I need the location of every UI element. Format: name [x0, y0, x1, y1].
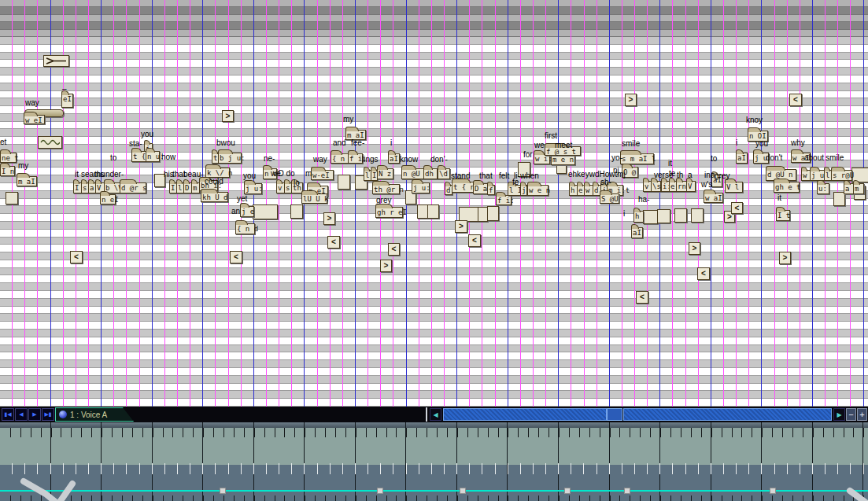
phoneme-note[interactable]: m aI	[17, 176, 37, 186]
phoneme-note[interactable]: dh	[423, 168, 438, 179]
curve-handle[interactable]	[460, 488, 466, 494]
phoneme-note[interactable]: l I	[508, 185, 521, 196]
phoneme-note[interactable]: V	[686, 181, 696, 192]
track-next-button[interactable]: ▶	[28, 408, 41, 421]
phoneme-note[interactable]: \s	[651, 181, 661, 192]
note-box-empty[interactable]	[487, 206, 499, 221]
phoneme-note[interactable]: V l	[725, 182, 743, 193]
phoneme-note[interactable]: n eI	[100, 194, 116, 204]
phoneme-note[interactable]: j u:	[810, 170, 825, 181]
crescendo-marker-icon[interactable]: <	[789, 94, 802, 106]
scrollbar-thumb-left[interactable]	[443, 408, 607, 421]
phoneme-note[interactable]: N z	[377, 168, 393, 179]
phoneme-note[interactable]: n @U	[401, 168, 424, 179]
scrollbar-grip[interactable]	[607, 408, 622, 421]
phoneme-note[interactable]: w-eI	[311, 170, 334, 180]
crescendo-marker-icon[interactable]: <	[731, 202, 743, 214]
ruler-tick	[630, 428, 630, 437]
phoneme-note[interactable]: \d	[438, 168, 450, 179]
phoneme-note[interactable]: f	[487, 185, 495, 195]
zoom-out-button[interactable]: −	[846, 408, 856, 421]
curve-handle[interactable]	[624, 488, 630, 494]
phoneme-note[interactable]: gh r eI	[375, 207, 403, 218]
note-box-empty[interactable]	[657, 209, 670, 223]
note-box-empty[interactable]	[674, 208, 687, 223]
phoneme-note[interactable]: w e n	[527, 185, 549, 196]
track-last-button[interactable]: ▶▮	[42, 408, 54, 421]
scroll-right-button[interactable]: ▶	[833, 408, 845, 421]
note-box-empty[interactable]	[643, 210, 658, 224]
phoneme-note[interactable]: h	[633, 211, 644, 223]
phoneme-note[interactable]: d @r s	[120, 182, 146, 193]
track-tab-voice-a[interactable]: 1 : Voice A	[55, 407, 134, 422]
note-box-empty[interactable]	[253, 204, 278, 219]
note-box-empty[interactable]	[427, 204, 439, 219]
phoneme-note[interactable]: j	[520, 185, 527, 196]
track-first-button[interactable]: ▮◀	[2, 408, 14, 421]
phoneme-note[interactable]: { n d	[235, 223, 255, 234]
crescendo-marker-icon[interactable]: <	[697, 267, 710, 280]
scrollbar-thumb-right[interactable]	[623, 408, 832, 421]
decrescendo-marker-icon[interactable]: >	[779, 252, 791, 264]
note-box-empty[interactable]	[290, 204, 303, 219]
split-marker-icon[interactable]	[43, 55, 69, 67]
note-box-empty[interactable]	[6, 192, 18, 204]
vibrato-marker-icon[interactable]	[38, 136, 62, 149]
note-box-empty[interactable]	[338, 175, 350, 190]
phoneme-note[interactable]: j u:	[412, 182, 430, 193]
zoom-in-button[interactable]: +	[857, 408, 867, 421]
control-ruler[interactable]	[0, 422, 868, 428]
scrollbar-divider[interactable]	[426, 407, 427, 422]
phoneme-note[interactable]: gh e t	[774, 182, 800, 193]
phoneme-note[interactable]: rn	[676, 181, 687, 192]
phoneme-note[interactable]: w eI	[24, 115, 45, 124]
crescendo-marker-icon[interactable]: <	[468, 234, 481, 247]
curve-handle[interactable]	[220, 488, 226, 494]
decrescendo-marker-icon[interactable]: >	[222, 110, 234, 122]
decrescendo-marker-icon[interactable]: >	[625, 94, 637, 106]
scroll-left-button[interactable]: ◀	[430, 408, 441, 421]
crescendo-marker-icon[interactable]: <	[636, 291, 648, 304]
phoneme-note[interactable]: S @U	[600, 193, 619, 204]
track-prev-button[interactable]: ◀	[15, 408, 28, 421]
crescendo-marker-icon[interactable]: <	[388, 243, 400, 256]
lyric-label: fee-	[351, 139, 364, 147]
phoneme-note[interactable]: b j u:	[218, 153, 242, 164]
phoneme-note[interactable]: u:	[817, 183, 829, 194]
phoneme-note[interactable]: eI	[61, 94, 73, 108]
phoneme-note[interactable]: I n	[0, 166, 15, 176]
curve-handle[interactable]	[377, 488, 383, 494]
phoneme-note[interactable]: { n d	[331, 153, 349, 164]
phoneme-note[interactable]: I t	[776, 210, 790, 221]
piano-roll[interactable]: w eIeIne tI nm aIjt {n u:IsaVb \Vd @r sn…	[0, 0, 868, 407]
phoneme-note[interactable]: m	[853, 183, 864, 194]
decrescendo-marker-icon[interactable]: >	[323, 212, 335, 225]
curve-handle[interactable]	[770, 488, 776, 494]
crescendo-marker-icon[interactable]: <	[327, 236, 340, 249]
decrescendo-marker-icon[interactable]: >	[455, 220, 467, 233]
curve-handle[interactable]	[564, 488, 571, 494]
phoneme-note[interactable]: f i:	[348, 153, 363, 164]
control-track-panel[interactable]	[0, 422, 868, 501]
phoneme-note[interactable]: n u:	[146, 151, 160, 162]
phoneme-note[interactable]: f i:	[496, 195, 512, 205]
phoneme-note[interactable]: w aI	[704, 193, 723, 203]
phoneme-note[interactable]: j u:	[244, 183, 262, 194]
phoneme-note[interactable]: j e	[240, 206, 254, 217]
phoneme-note[interactable]: aI	[736, 153, 748, 164]
phoneme-note[interactable]: t {	[131, 151, 146, 162]
phoneme-note[interactable]: aI	[388, 153, 400, 164]
phoneme-note[interactable]: s r@U	[831, 170, 852, 181]
note-box-empty[interactable]	[691, 208, 704, 223]
phoneme-note[interactable]: aI	[631, 227, 643, 238]
grid-line	[787, 0, 788, 407]
crescendo-marker-icon[interactable]: <	[70, 251, 83, 263]
decrescendo-marker-icon[interactable]: >	[689, 242, 700, 255]
crescendo-marker-icon[interactable]: <	[230, 251, 242, 263]
phoneme-note[interactable]: th @r n	[372, 184, 400, 194]
phoneme-note[interactable]: s m aI l	[620, 153, 654, 164]
phoneme-note[interactable]: ne t	[0, 153, 17, 163]
phoneme-note[interactable]: lU U k	[301, 193, 327, 204]
decrescendo-marker-icon[interactable]: >	[380, 260, 392, 272]
phoneme-note[interactable]: kh U d	[201, 192, 228, 202]
